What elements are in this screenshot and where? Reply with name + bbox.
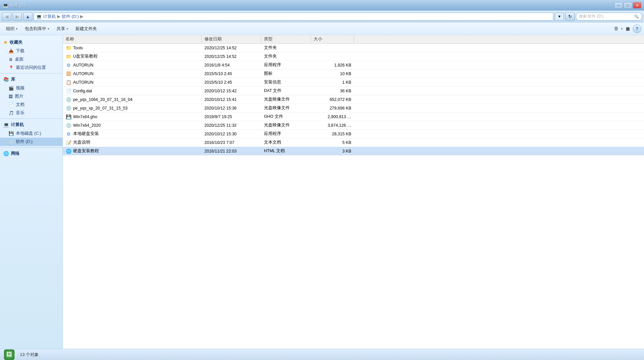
library-icon: 📚 (3, 77, 9, 82)
crumb-drive[interactable]: 软件 (D:) (62, 14, 79, 20)
back-button[interactable]: ◀ (2, 12, 11, 21)
titlebar: 💻 软件 (D:) ─ □ ✕ (0, 0, 644, 11)
recent-label: 最近访问的位置 (16, 65, 46, 70)
help-button[interactable]: ? (633, 24, 641, 33)
view-grid-button[interactable]: ▦ (623, 24, 632, 33)
pack-button[interactable]: 包含到库中 ▾ (21, 24, 53, 33)
table-row[interactable]: 💿 Win7x64_2020 2020/12/25 11:32 光盘映像文件 3… (63, 121, 644, 130)
pack-label: 包含到库中 (25, 26, 46, 32)
col-header-size[interactable]: 大小 (311, 35, 354, 43)
table-row[interactable]: 🖼 AUTORUN 2015/5/10 2:45 图标 10 KB (63, 69, 644, 78)
file-icon: ⚙ (65, 131, 71, 137)
file-name: 本地硬盘安装 (73, 131, 99, 137)
file-name: pe_yqs_1064_20_07_31_16_04 (73, 97, 132, 102)
file-name: Tools (73, 46, 83, 50)
network-label: 网络 (11, 151, 20, 157)
table-row[interactable]: 📄 Config.dat 2020/10/12 15:42 DAT 文件 36 … (63, 87, 644, 95)
minimize-button[interactable]: ─ (614, 2, 623, 9)
file-type: 文件夹 (261, 44, 311, 52)
table-row[interactable]: ⚙ 本地硬盘安装 2020/10/12 15:30 应用程序 28,315 KB (63, 130, 644, 138)
search-placeholder: 搜索 软件 (D:) (579, 14, 604, 19)
sidebar-item-disk-c[interactable]: 💾 本地磁盘 (C:) (0, 129, 63, 138)
doc-label: 文档 (16, 102, 24, 108)
view-list-button[interactable]: ☰ (612, 24, 621, 33)
sidebar-item-doc[interactable]: 📄 文档 (0, 101, 63, 109)
col-header-name[interactable]: 名称 (63, 35, 202, 43)
maximize-button[interactable]: □ (623, 2, 632, 9)
address-box[interactable]: 💻 计算机 ▶ 软件 (D:) ▶ (34, 13, 553, 21)
file-size: 3 KB (311, 147, 354, 155)
table-row[interactable]: 📝 光盘说明 2016/10/23 7:07 文本文档 5 KB (63, 138, 644, 147)
file-type: 光盘映像文件 (261, 121, 311, 129)
music-label: 音乐 (16, 110, 24, 116)
sidebar-item-desktop[interactable]: 🖥 桌面 (0, 55, 63, 64)
refresh-button[interactable]: ↻ (565, 12, 575, 21)
organize-button[interactable]: 组织 ▾ (3, 24, 21, 33)
sidebar-header-computer[interactable]: 💻 计算机 (0, 120, 63, 129)
sidebar: ★ 收藏夹 📥 下载 🖥 桌面 📍 最近访问的位置 📚 库 (0, 35, 63, 349)
file-icon: 💿 (65, 105, 71, 111)
sidebar-header-favorites[interactable]: ★ 收藏夹 (0, 38, 63, 47)
newfolder-label: 新建文件夹 (75, 26, 97, 32)
network-icon: 🌐 (3, 151, 9, 156)
file-type: 光盘映像文件 (261, 104, 311, 112)
view-arrow[interactable]: ▾ (621, 27, 623, 30)
file-icon: 🌐 (65, 148, 71, 154)
file-icon: 📄 (65, 88, 71, 94)
table-row[interactable]: 📋 AUTORUN 2015/5/10 2:45 安装信息 1 KB (63, 78, 644, 87)
file-date: 2016/10/23 7:07 (202, 138, 261, 147)
crumb-computer[interactable]: 计算机 (43, 14, 56, 20)
search-icon[interactable]: 🔍 (634, 14, 639, 19)
file-size (311, 52, 354, 61)
sidebar-item-video[interactable]: 🎬 视频 (0, 84, 63, 92)
file-size: 652,072 KB (311, 95, 354, 104)
forward-button[interactable]: ▶ (13, 12, 22, 21)
table-row[interactable]: 💿 pe_yqs_xp_20_07_31_15_53 2020/10/12 15… (63, 104, 644, 112)
file-icon: 💾 (65, 114, 71, 120)
sidebar-item-recent[interactable]: 📍 最近访问的位置 (0, 64, 63, 72)
table-row[interactable]: ⚙ AUTORUN 2016/1/8 4:54 应用程序 1,926 KB (63, 61, 644, 69)
sidebar-item-music[interactable]: 🎵 音乐 (0, 109, 63, 117)
video-label: 视频 (16, 85, 24, 91)
window-title: 软件 (D:) (10, 3, 26, 8)
share-button[interactable]: 共享 ▾ (53, 24, 71, 33)
file-date: 2015/5/10 2:45 (202, 69, 261, 78)
col-header-type[interactable]: 类型 (261, 35, 311, 43)
search-box[interactable]: 搜索 软件 (D:) 🔍 (576, 13, 642, 21)
file-size: 1,926 KB (311, 61, 354, 69)
file-size: 5 KB (311, 138, 354, 147)
file-icon: 📋 (65, 79, 71, 85)
file-type: 应用程序 (261, 61, 311, 69)
file-date: 2020/10/12 15:41 (202, 95, 261, 104)
file-icon: 📁 (65, 54, 71, 60)
file-date: 2020/12/25 14:52 (202, 52, 261, 61)
sidebar-header-network[interactable]: 🌐 网络 (0, 149, 63, 158)
sidebar-header-library[interactable]: 📚 库 (0, 75, 63, 84)
file-size: 10 KB (311, 69, 354, 78)
status-text: 13 个对象 (20, 352, 39, 358)
table-row[interactable]: 📁 U盘安装教程 2020/12/25 14:52 文件夹 (63, 52, 644, 61)
file-list: 名称 修改日期 类型 大小 📁 Tools 2020/12/25 14:52 文… (63, 35, 644, 349)
file-date: 2020/12/25 11:32 (202, 121, 261, 129)
sidebar-divider-1 (0, 73, 63, 73)
file-size: 3,874,126 … (311, 121, 354, 129)
close-button[interactable]: ✕ (633, 2, 641, 9)
sidebar-item-download[interactable]: 📥 下载 (0, 47, 63, 55)
computer-sidebar-icon: 💻 (3, 122, 9, 127)
table-row[interactable]: 💾 Win7x64.gho 2019/9/7 19:25 GHO 文件 2,90… (63, 112, 644, 121)
address-dropdown[interactable]: ▾ (555, 13, 564, 21)
file-type: HTML 文档 (261, 147, 311, 155)
table-row[interactable]: 🌐 硬盘安装教程 2016/11/21 22:03 HTML 文档 3 KB (63, 147, 644, 156)
table-row[interactable]: 📁 Tools 2020/12/25 14:52 文件夹 (63, 44, 644, 52)
file-name: 硬盘安装教程 (73, 148, 99, 154)
sidebar-item-picture[interactable]: 🖼 图片 (0, 92, 63, 101)
table-row[interactable]: 💿 pe_yqs_1064_20_07_31_16_04 2020/10/12 … (63, 95, 644, 104)
up-button[interactable]: ▲ (23, 12, 32, 21)
picture-label: 图片 (15, 94, 23, 99)
video-icon: 🎬 (9, 86, 14, 91)
col-header-date[interactable]: 修改日期 (202, 35, 261, 43)
file-name: AUTORUN (73, 71, 94, 76)
sidebar-item-disk-d[interactable]: 💿 软件 (D:) (0, 138, 63, 146)
disk-d-icon: 💿 (9, 139, 14, 144)
newfolder-button[interactable]: 新建文件夹 (72, 24, 100, 33)
